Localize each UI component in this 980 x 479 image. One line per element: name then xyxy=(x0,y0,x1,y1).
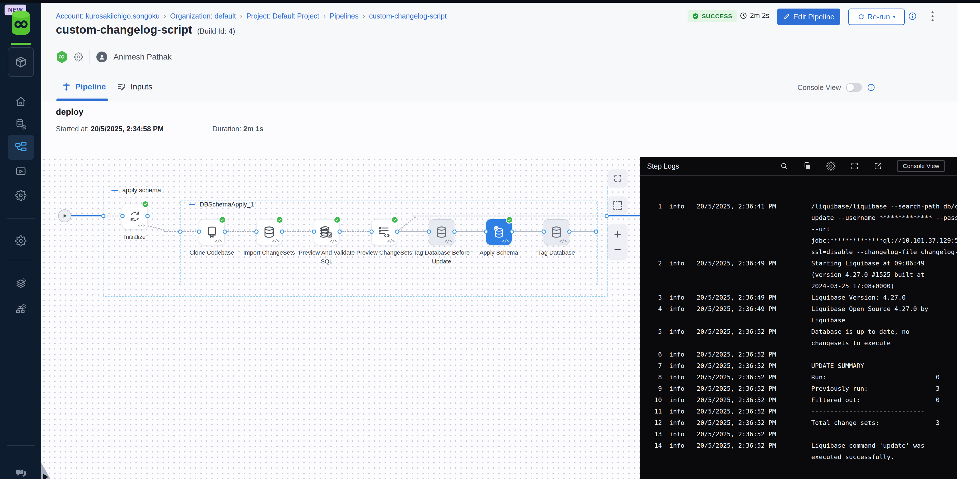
group-label-apply-schema: apply schema xyxy=(111,187,161,194)
pipeline-node-clone-codebase[interactable]: </> xyxy=(199,219,224,245)
zoom-in-icon[interactable]: + xyxy=(614,227,621,242)
log-timestamp: 20/5/2025, 2:36:52 PM xyxy=(697,372,811,383)
pipeline-node-preview-changesets[interactable]: </> xyxy=(371,219,397,245)
sidebar-item-project-settings[interactable] xyxy=(8,234,34,248)
breadcrumb-link[interactable]: Organization: default xyxy=(170,12,236,20)
log-level: info xyxy=(669,258,689,269)
pipeline-node-tag-database[interactable]: </> xyxy=(544,219,569,245)
edit-pipeline-button[interactable]: Edit Pipeline xyxy=(777,8,840,25)
breadcrumb: Account: kurosakiichigo.songoku›Organiza… xyxy=(56,11,447,21)
log-line-number: 11 xyxy=(647,406,662,417)
info-icon[interactable] xyxy=(908,12,917,21)
log-level: info xyxy=(669,360,689,372)
sidebar-item-database-devops[interactable] xyxy=(8,117,34,131)
build-id: (Build Id: 4) xyxy=(197,27,235,35)
copy-icon[interactable] xyxy=(803,162,811,170)
more-options-icon[interactable] xyxy=(932,11,934,23)
zoom-out-icon[interactable]: − xyxy=(614,242,621,257)
connector-port xyxy=(101,214,105,218)
code-glyph: </> xyxy=(387,239,395,244)
pipeline-tab-icon xyxy=(62,82,71,92)
changesets-list-icon xyxy=(378,225,391,239)
sidebar-item-settings[interactable] xyxy=(8,189,34,202)
external-link-icon[interactable] xyxy=(874,162,882,170)
module-hexagon-icon xyxy=(56,51,68,63)
code-glyph: </> xyxy=(272,239,280,244)
log-level: info xyxy=(669,372,689,383)
breadcrumb-link[interactable]: Pipelines xyxy=(330,12,359,20)
pipeline-node-initialize[interactable]: </> xyxy=(122,204,148,229)
log-line-number: 13 xyxy=(647,428,662,440)
tab-pipeline[interactable]: Pipeline xyxy=(62,82,106,92)
stage-duration: Duration: 2m 1s xyxy=(212,125,263,133)
breadcrumb-link[interactable]: Account: kurosakiichigo.songoku xyxy=(56,12,160,20)
sidebar-item-help[interactable]: ? xyxy=(8,466,34,479)
fullscreen-icon[interactable] xyxy=(850,162,859,170)
play-icon xyxy=(61,213,68,219)
step-logs-header: Step Logs Console View xyxy=(640,157,957,176)
sidebar-item-executions[interactable] xyxy=(8,165,34,178)
pipeline-node-tag-database-before-update[interactable]: </> xyxy=(429,219,454,245)
inputs-tab-icon xyxy=(117,82,127,92)
connector-port xyxy=(395,230,399,234)
harness-db-devops-logo-icon[interactable] xyxy=(10,9,32,36)
pipeline-icon xyxy=(14,141,27,154)
pipeline-node-preview-and-validate-sql[interactable]: </> xyxy=(314,219,339,245)
info-icon[interactable] xyxy=(867,83,875,91)
sidebar-item-infrastructure[interactable] xyxy=(8,303,34,316)
home-icon xyxy=(15,96,27,107)
collapse-icon[interactable] xyxy=(111,190,118,191)
tab-inputs[interactable]: Inputs xyxy=(117,82,152,92)
log-message xyxy=(811,428,957,440)
connector-port xyxy=(312,230,316,234)
log-level: info xyxy=(669,417,689,428)
console-view-toggle[interactable] xyxy=(846,83,862,92)
canvas-marquee-select-button[interactable] xyxy=(608,197,627,214)
breadcrumb-separator: › xyxy=(363,12,365,21)
pipeline-node-apply-schema[interactable]: </> xyxy=(486,219,512,245)
breadcrumb-link[interactable]: Project: Default Project xyxy=(246,12,319,20)
console-view-button[interactable]: Console View xyxy=(897,160,945,172)
database-upload-icon xyxy=(492,225,505,239)
log-timestamp: 20/5/2025, 2:36:41 PM xyxy=(697,201,811,212)
rerun-button[interactable]: Re-run ▾ xyxy=(848,8,905,25)
log-message: UPDATE SUMMARY xyxy=(811,360,957,372)
breadcrumb-separator: › xyxy=(240,12,242,21)
pipeline-settings-gear-icon[interactable] xyxy=(74,52,83,62)
search-icon[interactable] xyxy=(780,162,788,170)
sidebar-item-module-selector[interactable] xyxy=(8,47,34,77)
console-view-label: Console View xyxy=(797,83,841,92)
layers-gear-icon xyxy=(15,278,27,289)
database-gear-icon xyxy=(15,119,27,130)
success-check-icon xyxy=(276,216,283,224)
log-line-number: 12 xyxy=(647,417,662,428)
gear-icon[interactable] xyxy=(826,162,835,171)
log-level: info xyxy=(669,349,689,360)
pipeline-edge xyxy=(71,215,103,216)
refresh-icon xyxy=(128,210,142,223)
sidebar: NEW ? xyxy=(0,3,41,479)
log-entry: 1info20/5/2025, 2:36:41 PM/liquibase/liq… xyxy=(647,201,957,258)
log-output[interactable]: 1info20/5/2025, 2:36:41 PM/liquibase/liq… xyxy=(640,176,957,479)
module-indicator-bar xyxy=(11,43,31,45)
breadcrumb-link[interactable]: custom-changelog-script xyxy=(369,12,447,20)
log-timestamp: 20/5/2025, 2:36:49 PM xyxy=(697,258,811,269)
canvas-zoom-control[interactable]: +− xyxy=(608,224,627,259)
log-entry: 11info20/5/2025, 2:36:52 PM-------------… xyxy=(647,406,957,417)
canvas-fullscreen-button[interactable] xyxy=(608,170,627,187)
expand-arrow-icon[interactable] xyxy=(43,474,48,479)
node-label: Initialize xyxy=(106,232,163,241)
sidebar-item-pipelines[interactable] xyxy=(8,135,34,160)
log-timestamp: 20/5/2025, 2:36:52 PM xyxy=(697,428,811,440)
pipeline-node-import-changesets[interactable]: </> xyxy=(256,219,282,245)
log-message: Liquibase Open Source 4.27.0 byLiquibase xyxy=(811,303,957,326)
refresh-icon xyxy=(858,13,865,20)
pipeline-start-node[interactable] xyxy=(58,209,71,222)
collapse-icon[interactable] xyxy=(189,204,195,205)
pipeline-canvas[interactable]: apply schema DBSchemaApply_1 </>Initiali… xyxy=(41,157,640,479)
connector-port xyxy=(605,214,609,218)
sidebar-item-home[interactable] xyxy=(8,95,34,108)
connector-port xyxy=(542,230,546,234)
sidebar-item-environments[interactable] xyxy=(8,277,34,290)
main-content: Account: kurosakiichigo.songoku›Organiza… xyxy=(41,3,958,479)
